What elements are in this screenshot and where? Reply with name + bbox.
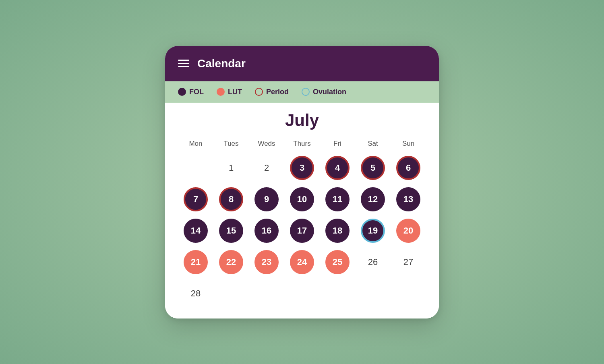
lut-label: LUT [228,88,242,96]
day-circle: 23 [254,250,279,274]
legend-bar: FOL LUT Period Ovulation [165,81,439,103]
day-circle: 11 [325,187,350,211]
day-circle: 7 [184,187,208,211]
day-cell[interactable]: 24 [284,248,320,276]
day-number: 27 [403,257,413,267]
day-circle: 19 [361,219,385,243]
ovulation-dot-icon [302,88,310,96]
weekday-mon: Mon [178,137,213,150]
day-cell[interactable]: 14 [178,217,213,244]
day-number: 28 [191,288,201,299]
day-cell[interactable]: 19 [355,217,391,244]
hamburger-menu-icon[interactable] [178,60,189,67]
day-circle: 4 [325,156,350,180]
day-circle: 21 [184,250,208,274]
weekday-weds: Weds [249,137,284,150]
day-cell[interactable]: 25 [320,248,355,276]
day-cell[interactable] [355,280,391,307]
weekday-tues: Tues [213,137,249,150]
day-cell[interactable]: 11 [320,186,355,213]
day-circle: 24 [290,250,314,274]
day-cell[interactable]: 18 [320,217,355,244]
day-cell[interactable]: 26 [355,248,391,276]
days-grid: 1234567891011121314151617181920212223242… [178,154,426,307]
period-label: Period [266,88,289,96]
weekday-fri: Fri [320,137,355,150]
weekday-sun: Sun [391,137,426,150]
day-cell[interactable]: 16 [249,217,284,244]
day-number: 1 [229,163,234,173]
day-circle: 8 [219,187,243,211]
day-cell[interactable]: 17 [284,217,320,244]
day-circle: 9 [254,187,279,211]
weekday-thurs: Thurs [284,137,320,150]
day-circle: 18 [325,219,350,243]
period-dot-icon [255,88,263,96]
day-circle: 10 [290,187,314,211]
app-header: Calendar [165,46,439,81]
day-cell[interactable]: 5 [355,154,391,182]
day-circle: 25 [325,250,350,274]
day-cell[interactable]: 8 [213,186,249,213]
ovulation-label: Ovulation [313,88,346,96]
fol-label: FOL [189,88,204,96]
day-cell[interactable]: 4 [320,154,355,182]
day-cell[interactable]: 2 [249,154,284,182]
fol-dot-icon [178,88,186,96]
day-cell[interactable]: 20 [391,217,426,244]
day-cell[interactable]: 23 [249,248,284,276]
app-title: Calendar [197,57,246,70]
day-circle: 17 [290,219,314,243]
day-cell[interactable] [284,280,320,307]
day-cell[interactable] [249,280,284,307]
lut-dot-icon [217,88,225,96]
day-cell[interactable] [320,280,355,307]
calendar-area: July Mon Tues Weds Thurs Fri Sat Sun 123… [165,103,439,318]
weekday-row: Mon Tues Weds Thurs Fri Sat Sun [178,137,426,150]
day-cell[interactable]: 27 [391,248,426,276]
day-cell[interactable]: 22 [213,248,249,276]
day-cell[interactable] [391,280,426,307]
day-cell[interactable] [178,154,213,182]
legend-ovulation: Ovulation [302,88,346,96]
day-circle: 13 [396,187,420,211]
day-cell[interactable]: 21 [178,248,213,276]
day-cell[interactable]: 6 [391,154,426,182]
weekday-sat: Sat [355,137,391,150]
day-circle: 5 [361,156,385,180]
day-circle: 15 [219,219,243,243]
legend-lut: LUT [217,88,242,96]
day-cell[interactable]: 13 [391,186,426,213]
day-circle: 14 [184,219,208,243]
day-number: 26 [368,257,378,267]
legend-fol: FOL [178,88,204,96]
legend-period: Period [255,88,289,96]
day-cell[interactable]: 1 [213,154,249,182]
day-cell[interactable]: 10 [284,186,320,213]
day-circle: 3 [290,156,314,180]
day-cell[interactable]: 3 [284,154,320,182]
day-circle: 22 [219,250,243,274]
day-cell[interactable]: 15 [213,217,249,244]
phone-card: Calendar FOL LUT Period Ovulation July M… [165,46,439,318]
day-circle: 12 [361,187,385,211]
day-cell[interactable]: 9 [249,186,284,213]
day-circle: 16 [254,219,279,243]
day-cell[interactable]: 28 [178,280,213,307]
month-title: July [178,111,426,130]
day-cell[interactable]: 12 [355,186,391,213]
day-number: 2 [264,163,269,173]
day-cell[interactable] [213,280,249,307]
day-circle: 20 [396,219,420,243]
day-cell[interactable]: 7 [178,186,213,213]
day-circle: 6 [396,156,420,180]
